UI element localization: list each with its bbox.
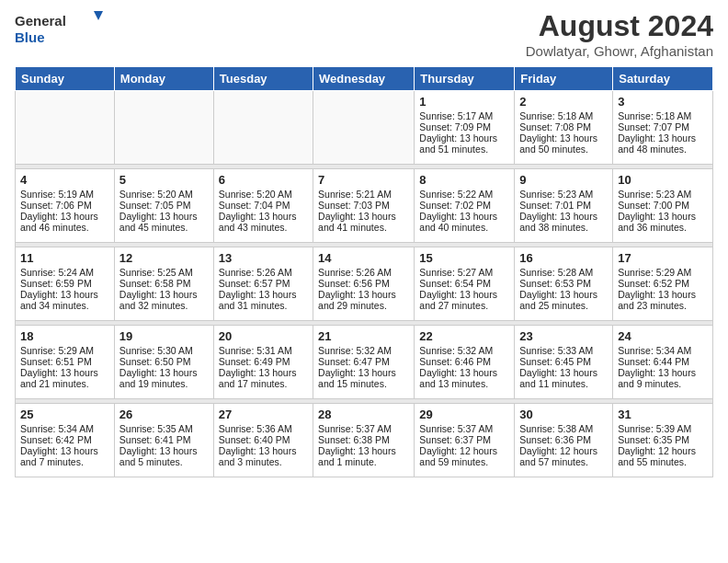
day-info-line: Sunset: 6:53 PM: [519, 278, 608, 289]
day-info-line: Sunset: 7:05 PM: [119, 200, 209, 211]
day-info-line: and 40 minutes.: [419, 222, 509, 233]
day-info-line: Sunset: 7:03 PM: [318, 200, 409, 211]
day-info-line: Sunrise: 5:34 AM: [618, 345, 708, 356]
calendar-cell: 2Sunrise: 5:18 AMSunset: 7:08 PMDaylight…: [515, 91, 613, 165]
day-number: 7: [318, 173, 409, 187]
day-info-line: Sunrise: 5:33 AM: [519, 345, 608, 356]
day-info-line: Sunset: 6:38 PM: [318, 434, 409, 445]
day-info-line: Daylight: 13 hours: [618, 211, 708, 222]
day-info-line: Sunrise: 5:39 AM: [618, 423, 708, 434]
day-info-line: and 41 minutes.: [318, 222, 409, 233]
day-number: 25: [20, 408, 109, 421]
day-info-line: and 21 minutes.: [20, 378, 109, 389]
calendar-cell: 3Sunrise: 5:18 AMSunset: 7:07 PMDaylight…: [613, 91, 713, 165]
day-number: 3: [618, 95, 708, 109]
calendar-cell: 10Sunrise: 5:23 AMSunset: 7:00 PMDayligh…: [613, 169, 713, 243]
day-info-line: Sunrise: 5:25 AM: [119, 267, 209, 278]
calendar-cell: 19Sunrise: 5:30 AMSunset: 6:50 PMDayligh…: [114, 326, 213, 399]
svg-text:Blue: Blue: [15, 29, 45, 45]
day-info-line: Daylight: 13 hours: [519, 211, 608, 222]
day-info-line: Sunset: 6:37 PM: [419, 434, 509, 445]
day-info-line: Sunset: 6:54 PM: [419, 278, 509, 289]
logo: General Blue: [15, 9, 107, 50]
calendar-cell: 5Sunrise: 5:20 AMSunset: 7:05 PMDaylight…: [114, 169, 213, 243]
svg-text:General: General: [15, 13, 66, 29]
day-info-line: Daylight: 13 hours: [318, 211, 409, 222]
calendar-cell: 24Sunrise: 5:34 AMSunset: 6:44 PMDayligh…: [613, 326, 713, 399]
day-info-line: Sunset: 6:59 PM: [20, 278, 109, 289]
calendar-cell: 25Sunrise: 5:34 AMSunset: 6:42 PMDayligh…: [16, 404, 115, 477]
day-info-line: Sunrise: 5:36 AM: [219, 423, 308, 434]
day-info-line: Daylight: 13 hours: [219, 211, 308, 222]
calendar-cell: 20Sunrise: 5:31 AMSunset: 6:49 PMDayligh…: [213, 326, 313, 399]
day-number: 5: [119, 173, 209, 187]
day-number: 18: [20, 329, 109, 343]
header-thursday: Thursday: [415, 67, 515, 91]
header-friday: Friday: [515, 67, 613, 91]
day-info-line: Sunset: 6:51 PM: [20, 356, 109, 367]
calendar-cell: 16Sunrise: 5:28 AMSunset: 6:53 PMDayligh…: [515, 247, 613, 321]
day-number: 13: [219, 251, 308, 265]
day-number: 27: [219, 408, 308, 421]
calendar-cell: [16, 91, 115, 165]
day-info-line: Sunset: 7:01 PM: [519, 200, 608, 211]
day-number: 30: [519, 408, 608, 421]
day-info-line: Daylight: 13 hours: [20, 289, 109, 300]
day-info-line: Daylight: 12 hours: [419, 445, 509, 456]
day-info-line: Daylight: 13 hours: [618, 132, 708, 144]
day-number: 26: [119, 408, 209, 421]
day-info-line: Daylight: 13 hours: [119, 367, 209, 378]
day-info-line: Sunset: 6:50 PM: [119, 356, 209, 367]
calendar-cell: 22Sunrise: 5:32 AMSunset: 6:46 PMDayligh…: [415, 326, 515, 399]
day-info-line: and 3 minutes.: [219, 456, 308, 467]
day-number: 15: [419, 251, 509, 265]
day-number: 22: [419, 329, 509, 343]
day-info-line: and 48 minutes.: [618, 144, 708, 155]
week-row-4: 18Sunrise: 5:29 AMSunset: 6:51 PMDayligh…: [16, 326, 713, 399]
day-info-line: Daylight: 13 hours: [519, 367, 608, 378]
day-info-line: Sunrise: 5:29 AM: [618, 267, 708, 278]
day-number: 31: [618, 408, 708, 421]
calendar-cell: 29Sunrise: 5:37 AMSunset: 6:37 PMDayligh…: [415, 404, 515, 477]
day-info-line: and 13 minutes.: [419, 378, 509, 389]
day-info-line: Daylight: 13 hours: [519, 132, 608, 144]
calendar-cell: 14Sunrise: 5:26 AMSunset: 6:56 PMDayligh…: [313, 247, 415, 321]
day-info-line: Sunrise: 5:27 AM: [419, 267, 509, 278]
day-info-line: Sunset: 7:00 PM: [618, 200, 708, 211]
day-info-line: Sunrise: 5:19 AM: [20, 189, 109, 200]
day-info-line: and 5 minutes.: [119, 456, 209, 467]
day-info-line: Daylight: 13 hours: [219, 445, 308, 456]
day-info-line: Daylight: 12 hours: [618, 445, 708, 456]
day-info-line: Sunset: 6:47 PM: [318, 356, 409, 367]
calendar-cell: 12Sunrise: 5:25 AMSunset: 6:58 PMDayligh…: [114, 247, 213, 321]
day-number: 20: [219, 329, 308, 343]
weekday-header-row: Sunday Monday Tuesday Wednesday Thursday…: [16, 67, 713, 91]
day-info-line: Sunrise: 5:22 AM: [419, 189, 509, 200]
day-info-line: Sunset: 6:56 PM: [318, 278, 409, 289]
day-number: 19: [119, 329, 209, 343]
day-info-line: Daylight: 13 hours: [119, 289, 209, 300]
day-info-line: Sunrise: 5:34 AM: [20, 423, 109, 434]
day-info-line: Sunset: 6:41 PM: [119, 434, 209, 445]
day-number: 8: [419, 173, 509, 187]
calendar-cell: 13Sunrise: 5:26 AMSunset: 6:57 PMDayligh…: [213, 247, 313, 321]
day-number: 16: [519, 251, 608, 265]
day-info-line: Sunset: 7:02 PM: [419, 200, 509, 211]
header: General Blue August 2024 Dowlatyar, Ghow…: [15, 9, 713, 59]
day-info-line: Sunset: 6:45 PM: [519, 356, 608, 367]
day-info-line: Daylight: 13 hours: [119, 211, 209, 222]
day-info-line: and 46 minutes.: [20, 222, 109, 233]
day-info-line: Sunrise: 5:26 AM: [219, 267, 308, 278]
day-info-line: Sunrise: 5:32 AM: [318, 345, 409, 356]
calendar-cell: 21Sunrise: 5:32 AMSunset: 6:47 PMDayligh…: [313, 326, 415, 399]
calendar-cell: 6Sunrise: 5:20 AMSunset: 7:04 PMDaylight…: [213, 169, 313, 243]
calendar-cell: 28Sunrise: 5:37 AMSunset: 6:38 PMDayligh…: [313, 404, 415, 477]
page: General Blue August 2024 Dowlatyar, Ghow…: [0, 0, 728, 487]
day-info-line: Daylight: 13 hours: [318, 445, 409, 456]
calendar-cell: 18Sunrise: 5:29 AMSunset: 6:51 PMDayligh…: [16, 326, 115, 399]
day-info-line: and 31 minutes.: [219, 300, 308, 311]
day-info-line: Sunrise: 5:28 AM: [519, 267, 608, 278]
week-row-2: 4Sunrise: 5:19 AMSunset: 7:06 PMDaylight…: [16, 169, 713, 243]
day-info-line: Daylight: 13 hours: [20, 211, 109, 222]
day-info-line: Daylight: 13 hours: [20, 445, 109, 456]
